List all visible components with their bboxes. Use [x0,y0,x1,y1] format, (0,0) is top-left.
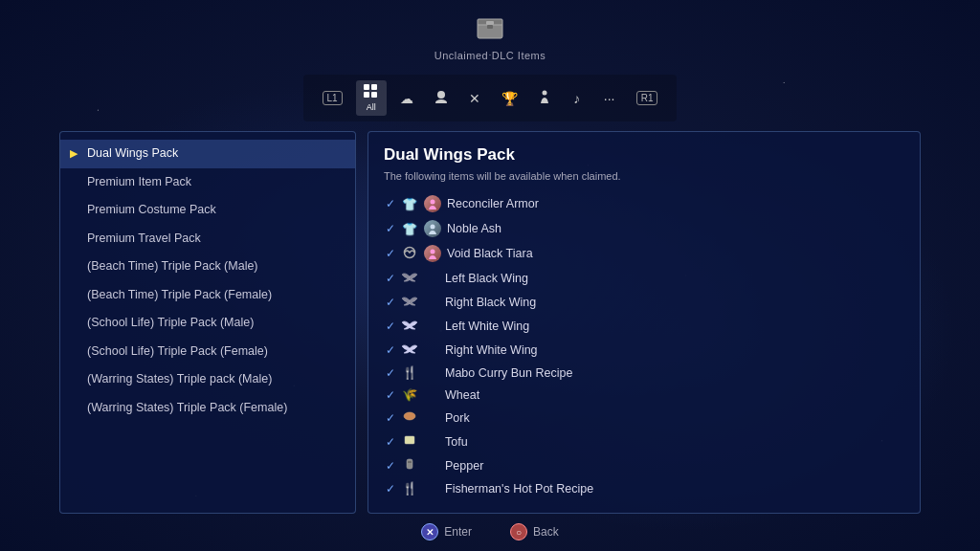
svg-rect-4 [364,84,369,90]
svg-rect-16 [405,436,414,444]
svg-point-9 [435,99,447,103]
svg-point-14 [431,250,435,254]
clothing-icon: 👕 [401,197,418,211]
back-action: ○ Back [510,523,559,540]
tab-l1[interactable]: L1 [315,87,350,109]
check-icon: ✓ [386,222,395,235]
list-item: ✓ Left Black Wing [384,266,904,290]
all-icon [364,84,379,100]
top-header: Unclaimed DLC Items [434,13,546,61]
item-name: Wheat [445,388,479,402]
cup-icon: 🏆 [501,91,518,106]
item-name: Noble Ash [447,222,501,235]
dlc-icon [476,13,504,46]
pork-icon [401,409,418,426]
tab-costume[interactable]: ☁ [392,87,421,110]
pack-item-beach-male[interactable]: (Beach Time) Triple Pack (Male) [60,253,355,281]
item-name: Left Black Wing [445,272,528,285]
pack-item-premium-travel[interactable]: Premium Travel Pack [60,225,355,253]
pack-detail-title: Dual Wings Pack [384,145,904,165]
tab-music[interactable]: ♪ [564,87,590,110]
svg-rect-17 [407,459,412,469]
svg-rect-7 [371,92,377,98]
tab-more[interactable]: ··· [596,87,623,110]
bottom-bar: ✕ Enter ○ Back [421,514,558,551]
item-name: Fisherman's Hot Pot Recipe [445,482,593,496]
list-item: ✓ Left White Wing [384,314,904,338]
avatar [424,245,441,262]
pack-detail-panel: Dual Wings Pack The following items will… [368,131,921,514]
enter-label: Enter [444,525,472,539]
pack-items-list: ✓ 👕 Reconciler Armor ✓ 👕 Noble Ash [384,191,904,499]
svg-point-8 [437,91,445,99]
tab-bar: L1 All ☁ [303,75,678,121]
wheat-icon: 🌾 [401,387,418,402]
tab-weapon[interactable]: ✕ [461,87,488,110]
pack-item-premium-costume[interactable]: Premium Costume Pack [60,196,355,225]
list-item: ✓ 👕 Noble Ash [384,216,904,241]
r1-icon: R1 [636,91,658,105]
tab-r1[interactable]: R1 [629,87,666,109]
head-icon [434,90,448,106]
wing-icon [401,294,418,310]
list-item: ✓ 🍴 Fisherman's Hot Pot Recipe [384,477,904,499]
item-name: Pork [445,411,470,425]
list-item: ✓ 👕 Reconciler Armor [384,191,904,216]
pack-item-premium-item[interactable]: Premium Item Pack [60,168,355,197]
tab-head[interactable] [427,86,456,110]
item-name: Mabo Curry Bun Recipe [445,366,572,380]
tab-figure[interactable] [531,86,558,110]
item-name: Left White Wing [445,320,529,333]
page-title: Unclaimed DLC Items [434,50,546,61]
back-button-icon: ○ [510,523,527,540]
item-name: Right Black Wing [445,296,536,309]
pack-list-panel: Dual Wings Pack Premium Item Pack Premiu… [59,131,356,514]
tofu-icon [401,433,418,450]
check-icon: ✓ [386,435,395,449]
svg-point-12 [431,225,435,230]
svg-rect-6 [364,92,369,98]
tab-cup[interactable]: 🏆 [494,87,525,110]
item-name: Right White Wing [445,343,538,357]
svg-point-11 [431,200,435,205]
list-item: ✓ Right White Wing [384,338,904,362]
tiara-icon [401,246,418,262]
wing-icon [401,318,418,334]
back-label: Back [533,525,559,539]
svg-point-15 [404,412,415,420]
enter-button-icon: ✕ [421,523,438,540]
svg-rect-3 [487,25,493,29]
list-item: ✓ Tofu [384,430,904,453]
tab-all[interactable]: All [356,80,387,116]
costume-icon: ☁ [400,91,413,106]
item-name: Tofu [445,435,468,449]
pack-item-school-male[interactable]: (School Life) Triple Pack (Male) [60,309,355,338]
recipe-icon: 🍴 [401,365,418,380]
check-icon: ✓ [386,343,395,357]
item-name: Reconciler Armor [447,197,539,210]
weapon-icon: ✕ [469,91,480,106]
item-name: Void Black Tiara [447,247,533,260]
wing-icon [401,270,418,286]
pack-item-warring-female[interactable]: (Warring States) Triple Pack (Female) [60,394,355,423]
list-item: ✓ Void Black Tiara [384,241,904,266]
list-item: ✓ 🌾 Wheat [384,384,904,406]
svg-rect-2 [486,21,494,25]
pack-item-dual-wings[interactable]: Dual Wings Pack [60,140,355,168]
check-icon: ✓ [386,411,395,425]
pack-item-warring-male[interactable]: (Warring States) Triple pack (Male) [60,365,355,394]
list-item: ✓ 🍴 Mabo Curry Bun Recipe [384,362,904,384]
avatar [424,195,441,212]
pack-item-school-female[interactable]: (School Life) Triple Pack (Female) [60,338,355,366]
music-icon: ♪ [573,91,580,106]
tab-all-label: All [367,102,376,112]
pack-item-beach-female[interactable]: (Beach Time) Triple Pack (Female) [60,281,355,310]
check-icon: ✓ [386,459,395,473]
wing-icon [401,342,418,358]
svg-rect-18 [408,461,412,463]
check-icon: ✓ [386,247,395,260]
enter-action: ✕ Enter [421,523,472,540]
check-icon: ✓ [386,197,395,210]
avatar [424,220,441,237]
list-item: ✓ Right Black Wing [384,290,904,314]
